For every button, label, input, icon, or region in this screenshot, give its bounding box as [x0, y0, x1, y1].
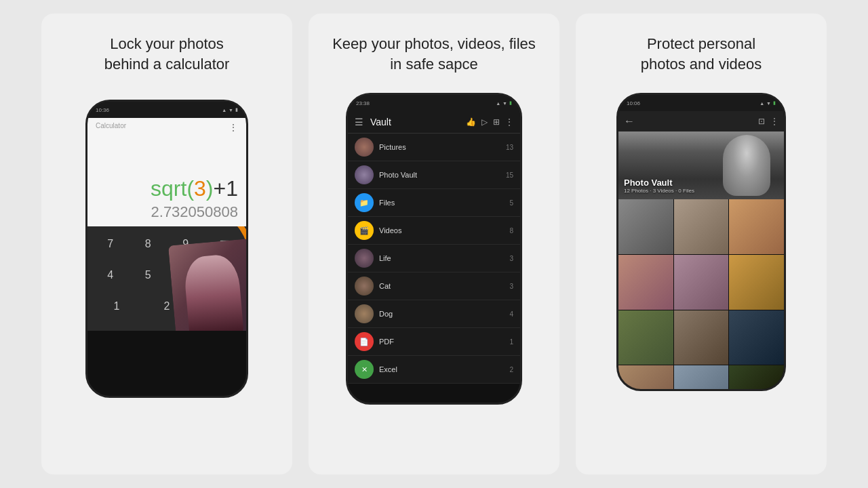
- vault-play-icon[interactable]: ▷: [481, 117, 488, 127]
- wifi-icon-3: ▼: [766, 101, 771, 106]
- time-label-3: 10:06: [627, 100, 640, 106]
- vault-action-icons: 👍 ▷ ⊞ ⋮: [466, 117, 513, 127]
- vault-header: ☰ Vault 👍 ▷ ⊞ ⋮: [348, 111, 520, 134]
- vault-list-item-excel[interactable]: ✕ Excel 2: [348, 356, 520, 384]
- phone-calc-mockup: 10:36 ▲ ▼ ▮ Calculator ⋮ sqrt(3)+1 2.732…: [85, 100, 248, 398]
- vault-count-pictures: 13: [506, 144, 513, 151]
- time-label-1: 10:36: [96, 107, 109, 113]
- status-icons-2: ▲ ▼ ▮: [496, 100, 512, 106]
- vault-folder-title: Photo Vault: [624, 178, 694, 188]
- vault-icon-dog: [355, 304, 374, 323]
- vault-more-icon[interactable]: ⋮: [505, 117, 513, 127]
- vault-icon-excel: ✕: [355, 360, 374, 379]
- vault-name-excel: Excel: [379, 365, 509, 373]
- vault-name-dog: Dog: [379, 310, 509, 318]
- grid-more-icon[interactable]: ⋮: [770, 117, 778, 126]
- portrait-face: [723, 135, 770, 196]
- calc-result: 2.732050808: [96, 203, 238, 221]
- vault-name-photovault: Photo Vault: [379, 171, 506, 179]
- photo-cell-11[interactable]: [674, 365, 729, 391]
- photo-cell-7[interactable]: [618, 310, 673, 365]
- calc-btn-8[interactable]: 8: [132, 232, 163, 256]
- calc-btn-1[interactable]: 1: [101, 294, 132, 319]
- calc-btn-4[interactable]: 4: [95, 263, 126, 287]
- status-icons-1: ▲ ▼ ▮: [222, 107, 238, 113]
- vault-list-item-files[interactable]: 📁 Files 5: [348, 189, 520, 217]
- card2-title: Keep your photos, videos, filesin safe s…: [332, 34, 536, 74]
- peeking-photo: [168, 239, 246, 331]
- vault-icon-photovault: [355, 165, 374, 184]
- vault-list-item-pdf[interactable]: 📄 PDF 1: [348, 328, 520, 356]
- vault-list-item-videos[interactable]: 🎬 Videos 8: [348, 217, 520, 245]
- grid-screen: ← ⊡ ⋮ Photo Vault 12 Photos · 3 Videos ·…: [618, 111, 784, 391]
- grid-back-icon[interactable]: ←: [624, 115, 635, 127]
- girl-silhouette: [183, 253, 244, 331]
- vault-icon-pdf: 📄: [355, 332, 374, 351]
- vault-thumb-icon[interactable]: 👍: [466, 117, 476, 127]
- bw-portrait-banner: Photo Vault 12 Photos · 3 Videos · 0 Fil…: [618, 131, 784, 199]
- grid-select-icon[interactable]: ⊡: [758, 117, 765, 126]
- vault-name-pdf: PDF: [379, 338, 509, 346]
- vault-list-item-dog[interactable]: Dog 4: [348, 300, 520, 328]
- card-vault: Keep your photos, videos, filesin safe s…: [309, 14, 559, 474]
- calc-formula: sqrt(3)+1: [96, 178, 238, 199]
- photo-cell-2[interactable]: [674, 199, 729, 254]
- vault-name-life: Life: [379, 254, 509, 262]
- calc-app-label: Calculator: [96, 122, 126, 129]
- photo-cell-1[interactable]: [618, 199, 673, 254]
- vault-icon-pictures: [355, 138, 374, 157]
- vault-count-photovault: 15: [506, 171, 513, 179]
- vault-count-cat: 3: [509, 283, 513, 290]
- vault-grid-icon[interactable]: ⊞: [493, 117, 500, 127]
- photo-cell-12[interactable]: [729, 365, 784, 391]
- phone-notch-bar-1: 10:36 ▲ ▼ ▮: [87, 102, 246, 118]
- photo-cell-10[interactable]: [618, 365, 673, 391]
- vault-name-videos: Videos: [379, 226, 509, 235]
- calc-buttons-area: 7 8 9 ⌫ 4 5 6 ° 1 2: [87, 226, 246, 331]
- vault-list-item-life[interactable]: Life 3: [348, 245, 520, 272]
- vault-count-files: 5: [509, 199, 513, 207]
- photo-cell-9[interactable]: [729, 310, 784, 365]
- photo-cell-4[interactable]: [618, 255, 673, 310]
- vault-app-title: Vault: [370, 117, 462, 127]
- grid-header: ← ⊡ ⋮: [618, 111, 784, 131]
- photo-cell-3[interactable]: [729, 199, 784, 254]
- phone-notch-bar-2: 23:38 ▲ ▼ ▮: [348, 95, 520, 111]
- vault-list-item-pictures[interactable]: Pictures 13: [348, 134, 520, 161]
- photo-cell-6[interactable]: [729, 255, 784, 310]
- vault-icon-cat: [355, 277, 374, 296]
- vault-menu-icon[interactable]: ☰: [355, 117, 363, 127]
- vault-screen: ☰ Vault 👍 ▷ ⊞ ⋮ Pictures 13: [348, 111, 520, 384]
- card1-title: Lock your photosbehind a calculator: [104, 34, 230, 74]
- vault-count-life: 3: [509, 255, 513, 262]
- vault-list-item-cat[interactable]: Cat 3: [348, 272, 520, 300]
- vault-label-overlay: Photo Vault 12 Photos · 3 Videos · 0 Fil…: [624, 178, 694, 194]
- calc-btn-7[interactable]: 7: [95, 232, 126, 256]
- battery-icon-3: ▮: [773, 100, 776, 106]
- photo-cell-5[interactable]: [674, 255, 729, 310]
- vault-name-files: Files: [379, 199, 509, 207]
- photo-grid: [618, 199, 784, 391]
- card-photogrid: Protect personalphotos and videos 10:06 …: [576, 14, 827, 474]
- calc-options-icon: ⋮: [229, 122, 238, 133]
- calc-screen: Calculator ⋮ sqrt(3)+1 2.732050808: [87, 118, 246, 226]
- vault-name-pictures: Pictures: [379, 143, 506, 151]
- card3-title: Protect personalphotos and videos: [641, 34, 762, 74]
- calc-formula-rest: +1: [214, 176, 238, 201]
- vault-icon-files: 📁: [355, 193, 374, 212]
- vault-count-pdf: 1: [509, 338, 513, 346]
- phone-notch-bar-3: 10:06 ▲ ▼ ▮: [618, 95, 784, 111]
- calc-formula-green: sqrt(: [151, 176, 194, 201]
- phone-grid-mockup: 10:06 ▲ ▼ ▮ ← ⊡ ⋮: [616, 93, 786, 391]
- calc-btn-5[interactable]: 5: [132, 263, 163, 287]
- vault-icon-life: [355, 249, 374, 268]
- cards-container: Lock your photosbehind a calculator 10:3…: [0, 0, 868, 488]
- signal-icon-2: ▲: [496, 101, 500, 106]
- vault-count-videos: 8: [509, 227, 513, 235]
- vault-folder-subtitle: 12 Photos · 3 Videos · 0 Files: [624, 188, 694, 194]
- photo-cell-8[interactable]: [674, 310, 729, 365]
- vault-count-dog: 4: [509, 310, 513, 318]
- wifi-icon-2: ▼: [502, 101, 507, 106]
- vault-list-item-photovault[interactable]: Photo Vault 15: [348, 161, 520, 189]
- signal-icon-3: ▲: [760, 101, 764, 106]
